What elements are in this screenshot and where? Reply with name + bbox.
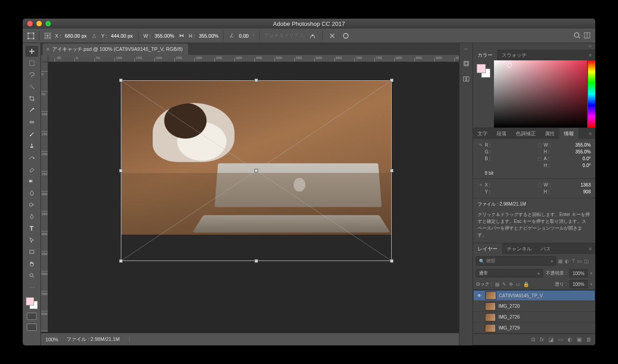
visibility-toggle-icon[interactable]: 👁	[476, 293, 483, 298]
eyedropper-tool[interactable]	[25, 105, 38, 116]
collapse-panels-icon[interactable]: ‹‹	[464, 46, 468, 51]
eraser-tool[interactable]	[25, 164, 38, 175]
quick-selection-tool[interactable]	[25, 81, 38, 92]
y-value[interactable]: 444.00 px	[111, 33, 133, 39]
lasso-tool[interactable]	[25, 69, 38, 80]
layer-thumbnail[interactable]	[485, 291, 496, 300]
tab-properties[interactable]: 属性	[540, 128, 559, 139]
layer-name[interactable]: IMG_2729	[498, 325, 593, 330]
history-brush-tool[interactable]	[25, 152, 38, 163]
filter-smart-icon[interactable]: ◫	[584, 258, 588, 264]
vertical-ruler[interactable]: 0501001502002503003504004505005506006507…	[41, 62, 48, 332]
filter-shape-icon[interactable]: ▭	[577, 258, 582, 264]
filter-type-icon[interactable]: T	[572, 258, 575, 264]
panel-menu-icon[interactable]: ≡	[585, 52, 595, 58]
layer-name[interactable]: IMG_2726	[498, 315, 593, 320]
reference-point-icon[interactable]	[44, 32, 51, 39]
quick-mask-button[interactable]	[27, 313, 37, 320]
tab-layers[interactable]: レイヤー	[473, 243, 502, 254]
zoom-level[interactable]: 100%	[45, 337, 58, 342]
tab-color[interactable]: カラー	[473, 49, 497, 60]
angle-value[interactable]: 0.00	[239, 33, 249, 39]
lock-pixels-icon[interactable]: ✎	[502, 281, 506, 287]
tab-channels[interactable]: チャンネル	[502, 243, 536, 254]
new-layer-icon[interactable]: ▣	[577, 336, 582, 343]
tab-paragraph[interactable]: 段落	[492, 128, 511, 139]
color-cursor[interactable]	[507, 63, 512, 68]
transform-handle-bc[interactable]	[254, 259, 258, 263]
edit-toolbar[interactable]: ⋯	[25, 282, 38, 293]
layer-name[interactable]: CAT9V9A9145_TP_V	[499, 293, 592, 298]
blur-tool[interactable]	[25, 187, 38, 198]
workspace-switcher-icon[interactable]	[583, 32, 591, 40]
foreground-background-swatch[interactable]	[25, 296, 39, 310]
filter-pixel-icon[interactable]: ▦	[558, 258, 563, 264]
dodge-tool[interactable]	[25, 199, 38, 210]
commit-transform-icon[interactable]	[341, 31, 351, 41]
status-flyout-icon[interactable]: 〉	[128, 336, 133, 343]
blend-mode-select[interactable]: 通常▾	[476, 269, 543, 277]
layer-name[interactable]: IMG_2720	[498, 304, 593, 309]
panel-menu-icon[interactable]: ≡	[585, 131, 595, 136]
new-adjustment-icon[interactable]: ◐	[568, 336, 572, 343]
libraries-panel-icon[interactable]	[462, 75, 470, 83]
layer-row[interactable]: IMG_2726	[473, 312, 595, 323]
hue-slider[interactable]	[588, 60, 595, 128]
layer-thumbnail[interactable]	[485, 302, 496, 310]
doc-size-info[interactable]: ファイル : 2.98M/21.1M	[66, 336, 120, 343]
canvas-stage[interactable]	[48, 62, 459, 332]
link-layers-icon[interactable]: ⧉	[531, 336, 535, 343]
transform-handle-bl[interactable]	[119, 259, 123, 263]
collapse-right-panels-icon[interactable]: ››	[588, 43, 592, 49]
lock-artboard-icon[interactable]: ▭	[516, 281, 520, 287]
screen-mode-button[interactable]	[27, 324, 37, 331]
chevron-down-icon[interactable]: ▾	[590, 271, 593, 275]
layer-filter-select[interactable]: 🔍 種類 ▾	[476, 256, 556, 266]
panel-menu-icon[interactable]: ≡	[585, 246, 595, 251]
horizontal-ruler[interactable]: -500501001502002503003504004505005506006…	[48, 55, 459, 62]
marquee-tool[interactable]	[25, 58, 38, 69]
transform-handle-br[interactable]	[390, 259, 394, 263]
clone-stamp-tool[interactable]	[25, 140, 38, 151]
filter-adjustment-icon[interactable]: ◐	[565, 258, 569, 264]
ruler-origin[interactable]	[41, 55, 48, 62]
lock-position-icon[interactable]: ✥	[509, 281, 513, 287]
warp-icon[interactable]	[308, 31, 318, 41]
tab-adjustments[interactable]: 色調補正	[511, 128, 540, 139]
spot-healing-tool[interactable]	[25, 117, 38, 128]
chevron-down-icon[interactable]: ▾	[590, 282, 593, 286]
move-tool[interactable]	[25, 46, 38, 57]
w-value[interactable]: 355.00%	[154, 33, 174, 39]
foreground-color-swatch[interactable]	[26, 297, 34, 305]
link-icon[interactable]: ⧓	[178, 32, 185, 39]
close-tab-icon[interactable]: ×	[46, 46, 50, 53]
tab-character[interactable]: 文字	[473, 128, 492, 139]
layer-mask-icon[interactable]: ◪	[548, 336, 553, 343]
h-value[interactable]: 355.00%	[199, 33, 218, 39]
opacity-input[interactable]: 100%	[569, 269, 588, 277]
path-selection-tool[interactable]	[25, 235, 38, 246]
lock-transparency-icon[interactable]: ▦	[495, 281, 499, 287]
x-value[interactable]: 680.00 px	[65, 33, 86, 39]
antialias-label[interactable]: アンチエイリアス	[264, 32, 304, 39]
new-group-icon[interactable]: ▭	[558, 336, 563, 343]
zoom-tool[interactable]	[25, 270, 38, 281]
layer-row[interactable]: IMG_2720	[473, 301, 595, 312]
lock-all-icon[interactable]: 🔒	[523, 281, 529, 287]
layer-row[interactable]: 👁CAT9V9A9145_TP_V	[473, 290, 595, 301]
layer-style-icon[interactable]: fx	[540, 336, 544, 343]
transform-tool-icon[interactable]	[27, 32, 35, 39]
cancel-transform-icon[interactable]	[327, 31, 337, 41]
pen-tool[interactable]	[25, 211, 38, 222]
layer-row[interactable]: IMG_2729	[473, 323, 595, 334]
filter-toggle-icon[interactable]: ◦	[591, 258, 593, 264]
color-swatch-pair[interactable]	[477, 64, 490, 78]
rectangle-tool[interactable]	[25, 246, 38, 257]
type-tool[interactable]: T	[25, 223, 38, 234]
delete-layer-icon[interactable]: 🗑	[586, 336, 592, 343]
tab-info[interactable]: 情報	[559, 128, 578, 139]
document-tab[interactable]: × アイキャッチ.psd @ 100% (CAT9V9A9145_TP_V, R…	[43, 44, 188, 55]
gradient-tool[interactable]	[25, 176, 38, 187]
fill-input[interactable]: 100%	[569, 280, 588, 288]
color-field[interactable]	[494, 60, 587, 128]
